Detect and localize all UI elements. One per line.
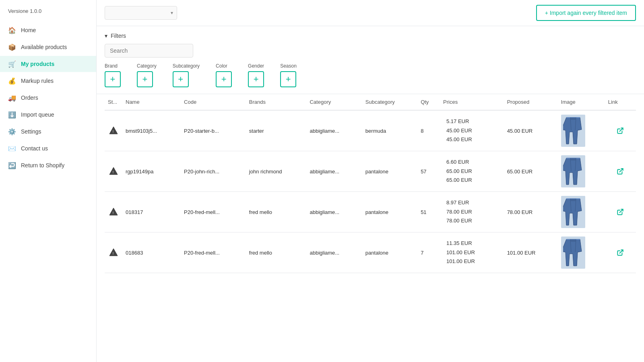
sidebar-item-my-products-label: My products [21,61,54,67]
cell-qty: 57 [417,151,440,192]
external-link-icon[interactable] [608,246,633,259]
products-table: St... Name Code Brands Category Subcateg… [105,94,636,273]
sidebar-item-home[interactable]: 🏠 Home [0,22,96,38]
cell-subcategory: pantalone [362,151,417,192]
cell-proposed: 65.00 EUR [504,151,558,192]
svg-line-8 [620,209,623,212]
filters-label: Filters [111,33,126,39]
cell-image [558,232,605,273]
svg-rect-1 [570,117,576,120]
price2: 78.00 EUR [446,208,497,216]
table-wrapper: St... Name Code Brands Category Subcateg… [97,94,644,362]
filter-brand-add-button[interactable]: + [105,71,121,87]
sidebar-item-return-shopify[interactable]: ↩️ Return to Shopify [0,157,96,173]
product-filter-dropdown[interactable] [105,6,177,20]
filter-gender-label: Gender [248,63,264,69]
sidebar-item-markup-rules-label: Markup rules [21,78,54,84]
app-version: Versione 1.0.0 [0,8,96,22]
filter-subcategory-add-button[interactable]: + [173,71,189,87]
filter-category-add-button[interactable]: + [137,71,153,87]
cell-link[interactable] [605,192,636,232]
filters-toggle[interactable]: ▾ Filters [105,33,636,39]
cell-link[interactable] [605,232,636,273]
available-products-icon: 📦 [8,43,16,51]
cell-image [558,110,605,151]
cell-subcategory: bermuda [362,110,417,151]
filter-group-season: Season + [280,63,297,87]
sidebar-item-orders[interactable]: 🚚 Orders [0,90,96,106]
cell-status: ! [105,151,122,192]
cell-subcategory: pantalone [362,192,417,232]
sidebar-item-home-label: Home [21,27,36,33]
cell-qty: 7 [417,232,440,273]
cell-category: abbigliame... [306,110,362,151]
sidebar-item-markup-rules[interactable]: 💰 Markup rules [0,73,96,89]
sidebar-item-available-products-label: Available products [21,44,67,50]
external-link-icon[interactable] [608,165,633,178]
filter-subcategory-label: Subcategory [173,63,200,69]
cell-code: P20-fred-mell... [181,232,246,273]
filter-color-add-button[interactable]: + [216,71,232,87]
filter-group-gender: Gender + [248,63,264,87]
svg-rect-4 [570,158,576,160]
price2: 101.00 EUR [446,249,497,257]
price1: 8.97 EUR [446,199,497,207]
import-queue-icon: ⬇️ [8,111,16,119]
my-products-icon: 🛒 [8,60,16,68]
external-link-icon[interactable] [608,205,633,219]
product-image [561,155,585,187]
return-shopify-icon: ↩️ [8,161,16,169]
settings-icon: ⚙️ [8,128,16,136]
filter-season-add-button[interactable]: + [280,71,296,87]
cell-brands: starter [246,110,307,151]
col-code: Code [181,94,246,110]
search-input[interactable] [105,44,193,58]
sidebar-item-contact-us[interactable]: ✉️ Contact us [0,140,96,156]
cell-brands: fred mello [246,192,307,232]
sidebar-item-orders-label: Orders [21,95,38,101]
table-row: ! rgp19149pa P20-john-rich... john richm… [105,151,636,192]
cell-name: 018317 [122,192,181,232]
cell-link[interactable] [605,110,636,151]
cell-category: abbigliame... [306,151,362,192]
dropdown-wrapper: ▾ [105,6,177,20]
cell-image [558,192,605,232]
table-header-row: St... Name Code Brands Category Subcateg… [105,94,636,110]
sidebar-item-import-queue[interactable]: ⬇️ Import queue [0,107,96,123]
col-category: Category [306,94,362,110]
sidebar: Versione 1.0.0 🏠 Home 📦 Available produc… [0,0,97,362]
product-image [561,237,585,269]
col-subcategory: Subcategory [362,94,417,110]
price3: 78.00 EUR [446,217,497,225]
cell-status: ! [105,232,122,273]
col-link: Link [605,94,636,110]
home-icon: 🏠 [8,26,16,34]
cell-link[interactable] [605,151,636,192]
cell-name: rgp19149pa [122,151,181,192]
import-btn-label: + Import again every filtered item [545,10,627,16]
cell-proposed: 101.00 EUR [504,232,558,273]
main-content: ▾ + Import again every filtered item ▾ F… [97,0,644,362]
cell-prices: 8.97 EUR 78.00 EUR 78.00 EUR [440,192,504,232]
filter-gender-add-button[interactable]: + [248,71,264,87]
table-body: ! bmst9103j5... P20-starter-b... starter… [105,110,636,273]
price3: 101.00 EUR [446,257,497,266]
filter-category-label: Category [137,63,157,69]
price2: 45.00 EUR [446,127,497,135]
import-filtered-button[interactable]: + Import again every filtered item [536,5,636,21]
sidebar-item-settings[interactable]: ⚙️ Settings [0,123,96,140]
cell-qty: 8 [417,110,440,151]
table-row: ! bmst9103j5... P20-starter-b... starter… [105,110,636,151]
sidebar-item-available-products[interactable]: 📦 Available products [0,39,96,55]
sidebar-item-my-products[interactable]: 🛒 My products [0,56,96,72]
external-link-icon[interactable] [608,124,633,138]
svg-rect-7 [570,199,576,201]
sidebar-nav: 🏠 Home 📦 Available products 🛒 My product… [0,22,96,354]
cell-prices: 5.17 EUR 45.00 EUR 45.00 EUR [440,110,504,151]
cell-name: 018683 [122,232,181,273]
filters-chevron-icon: ▾ [105,33,107,39]
price2: 65.00 EUR [446,167,497,176]
table-row: ! 018683 P20-fred-mell... fred mello abb… [105,232,636,273]
col-status: St... [105,94,122,110]
cell-proposed: 78.00 EUR [504,192,558,232]
